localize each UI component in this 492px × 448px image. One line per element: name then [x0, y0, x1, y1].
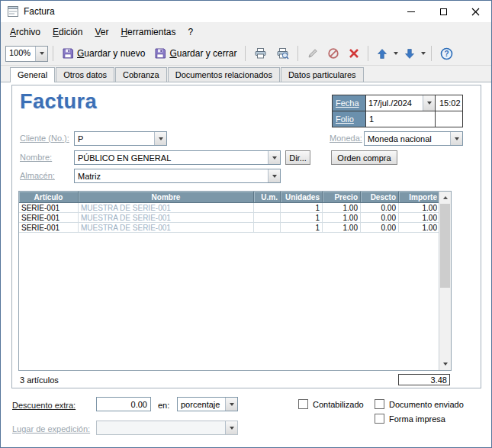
lugar-expedicion-combobox[interactable] — [96, 421, 238, 435]
grid-cell-articulo[interactable]: SERIE-001 — [19, 203, 79, 213]
fecha-time[interactable]: 15:02 — [436, 95, 462, 111]
lugar-expedicion-value — [97, 421, 225, 434]
lugar-expedicion-dropdown-button[interactable] — [225, 421, 237, 434]
descuento-label[interactable]: Descuento extra: — [12, 401, 76, 410]
minimize-button[interactable] — [395, 1, 427, 22]
svg-text:?: ? — [445, 50, 449, 58]
descuento-unit-combobox[interactable]: porcentaje — [177, 397, 238, 411]
nav-down-button[interactable] — [400, 44, 419, 63]
grid-header-precio[interactable]: Precio — [323, 192, 361, 203]
grid-cell-um[interactable] — [254, 213, 281, 223]
moneda-dropdown-button[interactable] — [450, 132, 462, 145]
almacen-combobox[interactable]: Matriz — [74, 169, 281, 183]
grid-cell-precio[interactable]: 1.00 — [323, 223, 361, 233]
scroll-down-button[interactable] — [439, 358, 451, 370]
grid-cell-unidades[interactable]: 1 — [281, 213, 323, 223]
menu-item-help[interactable]: ? — [182, 24, 199, 40]
grid-cell-um[interactable] — [254, 203, 281, 213]
save-close-button[interactable]: Guardar y cerrar — [150, 44, 240, 63]
print-preview-icon — [276, 47, 289, 60]
almacen-label[interactable]: Almacén: — [20, 171, 55, 180]
nombre-label[interactable]: Nombre: — [20, 153, 52, 162]
cancel-button[interactable] — [323, 44, 343, 63]
grid-header-importe[interactable]: Importe — [399, 192, 440, 203]
grid-header-descto[interactable]: Descto — [361, 192, 399, 203]
grid-row[interactable]: SERIE-001 MUESTRA DE SERIE-001 1 1.00 0.… — [19, 203, 451, 213]
nav-up-button[interactable] — [373, 44, 391, 63]
moneda-combobox[interactable]: Moneda nacional — [364, 131, 463, 146]
dir-button[interactable]: Dir... — [285, 150, 310, 165]
grid-cell-precio[interactable]: 1.00 — [323, 213, 361, 223]
descuento-input[interactable] — [96, 397, 151, 411]
grid-cell-nombre[interactable]: MUESTRA DE SERIE-001 — [79, 213, 254, 223]
scroll-thumb[interactable] — [440, 204, 450, 288]
checkbox-contabilizado[interactable] — [298, 399, 308, 409]
scroll-up-button[interactable] — [439, 192, 451, 204]
checkbox-forma-impresa[interactable] — [375, 414, 384, 424]
chevron-down-icon — [455, 137, 459, 140]
tab-documentos-relacionados[interactable]: Documentos relacionados — [168, 67, 280, 82]
menu-item-edicion[interactable]: Edición — [47, 24, 88, 40]
fecha-value: 17/jul./2024 — [366, 95, 423, 111]
grid-cell-importe[interactable]: 1.00 — [399, 203, 440, 213]
cliente-label[interactable]: Cliente (No.): — [20, 134, 69, 143]
grid-header-um[interactable]: U.m. — [254, 192, 281, 203]
menu-item-herramientas[interactable]: Herramientas — [114, 24, 182, 40]
floppy-disk-icon — [62, 47, 74, 60]
menu-item-ver[interactable]: Ver — [88, 24, 114, 40]
folio-value[interactable]: 1 — [366, 111, 436, 127]
grid-cell-um[interactable] — [254, 223, 281, 233]
grid-cell-descto[interactable]: 0.00 — [361, 203, 399, 213]
almacen-dropdown-button[interactable] — [268, 169, 280, 182]
nav-down-dropdown-button[interactable] — [420, 50, 426, 57]
grid-cell-descto[interactable]: 0.00 — [361, 213, 399, 223]
tab-cobranza[interactable]: Cobranza — [115, 67, 167, 82]
fecha-value-box[interactable]: 17/jul./2024 — [366, 95, 436, 111]
grid-cell-nombre[interactable]: MUESTRA DE SERIE-001 — [79, 203, 254, 213]
nombre-combobox[interactable]: PÚBLICO EN GENERAL — [74, 150, 281, 165]
help-button[interactable]: ? — [436, 44, 457, 63]
descuento-unit-dropdown-button[interactable] — [225, 398, 237, 411]
grid-header-row: Artículo Nombre U.m. Unidades Precio Des… — [19, 192, 451, 203]
checkbox-documento-enviado[interactable] — [375, 399, 384, 409]
fecha-label[interactable]: Fecha — [333, 95, 366, 111]
grid-header-unidades[interactable]: Unidades — [281, 192, 323, 203]
grid-cell-precio[interactable]: 1.00 — [323, 203, 361, 213]
grid-cell-importe[interactable]: 1.00 — [399, 213, 440, 223]
grid-cell-articulo[interactable]: SERIE-001 — [19, 223, 79, 233]
zoom-combobox[interactable]: 100% — [5, 46, 48, 62]
maximize-button[interactable] — [427, 1, 459, 22]
grid-row[interactable]: SERIE-001 MUESTRA DE SERIE-001 1 1.00 0.… — [19, 213, 451, 223]
pencil-icon — [307, 47, 318, 60]
save-new-button[interactable]: Guardar y nuevo — [58, 44, 149, 63]
orden-compra-button[interactable]: Orden compra — [331, 150, 397, 165]
grid-cell-descto[interactable]: 0.00 — [361, 223, 399, 233]
edit-button[interactable] — [303, 44, 322, 63]
tab-otros-datos[interactable]: Otros datos — [56, 67, 114, 82]
grid-row[interactable]: SERIE-001 MUESTRA DE SERIE-001 1 1.00 0.… — [19, 223, 451, 233]
nav-up-dropdown-button[interactable] — [393, 50, 399, 57]
grid-cell-unidades[interactable]: 1 — [281, 223, 323, 233]
print-button[interactable] — [250, 44, 271, 63]
grid-header-nombre[interactable]: Nombre — [79, 192, 254, 203]
cliente-dropdown-button[interactable] — [154, 132, 166, 145]
zoom-dropdown-button[interactable] — [35, 47, 47, 61]
print-preview-button[interactable] — [272, 44, 293, 63]
grid-cell-articulo[interactable]: SERIE-001 — [19, 213, 79, 223]
tab-general[interactable]: General — [10, 67, 55, 82]
cliente-combobox[interactable]: P — [74, 131, 167, 146]
lugar-expedicion-label[interactable]: Lugar de expedición: — [12, 424, 90, 433]
tab-datos-particulares[interactable]: Datos particulares — [281, 67, 364, 82]
grid-cell-unidades[interactable]: 1 — [281, 203, 323, 213]
delete-button[interactable] — [345, 44, 363, 63]
grid-scrollbar[interactable] — [439, 192, 451, 370]
moneda-label[interactable]: Moneda: — [330, 134, 362, 143]
nombre-dropdown-button[interactable] — [268, 151, 280, 164]
grid-cell-nombre[interactable]: MUESTRA DE SERIE-001 — [79, 223, 254, 233]
menu-item-archivo[interactable]: Archivo — [4, 24, 47, 40]
grid-cell-importe[interactable]: 1.00 — [399, 223, 440, 233]
folio-label[interactable]: Folio — [333, 111, 366, 127]
grid-header-articulo[interactable]: Artículo — [19, 192, 79, 203]
fecha-dropdown-button[interactable] — [423, 95, 435, 111]
close-button[interactable] — [459, 1, 491, 22]
